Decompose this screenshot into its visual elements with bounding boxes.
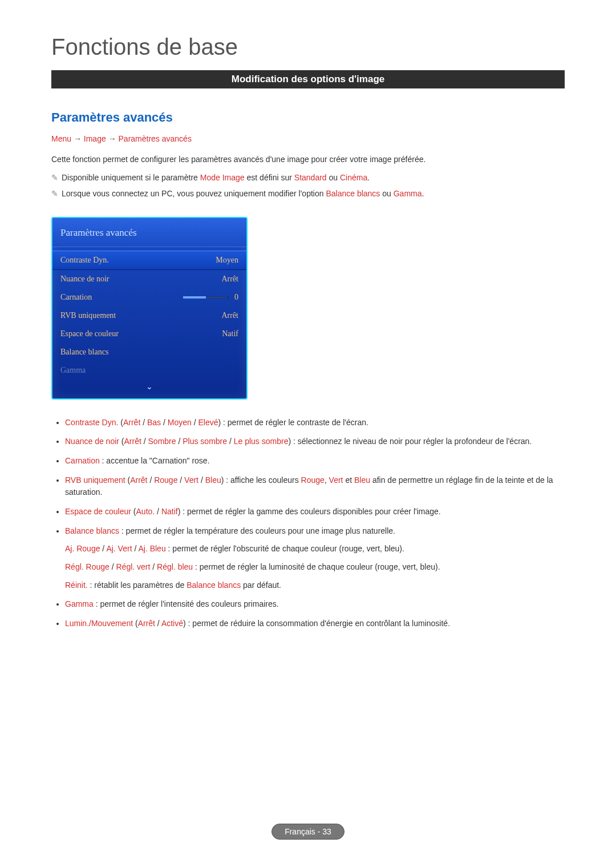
breadcrumb-image: Image: [84, 134, 106, 143]
breadcrumb: Menu → Image → Paramètres avancés: [51, 134, 565, 143]
list-item: Nuance de noir (Arrêt / Sombre / Plus so…: [65, 435, 565, 448]
panel-row-carnation[interactable]: Carnation 0: [52, 288, 246, 307]
list-item: Carnation : accentue la "Carnation" rose…: [65, 455, 565, 467]
panel-row-rvb-uniquement[interactable]: RVB uniquement Arrêt: [52, 307, 246, 325]
panel-row-label: Carnation: [60, 293, 92, 302]
page-number: Français - 33: [271, 824, 345, 840]
panel-row-value: Moyen: [216, 256, 238, 265]
note-icon: ✎: [51, 187, 58, 201]
panel-row-gamma[interactable]: Gamma: [52, 361, 246, 380]
list-item: Espace de couleur (Auto. / Natif) : perm…: [65, 506, 565, 518]
breadcrumb-current: Paramètres avancés: [119, 134, 192, 143]
note-1: Disponible uniquement si le paramètre Mo…: [62, 171, 565, 185]
list-item: RVB uniquement (Arrêt / Rouge / Vert / B…: [65, 474, 565, 499]
panel-row-nuance-de-noir[interactable]: Nuance de noir Arrêt: [52, 270, 246, 288]
chevron-down-icon[interactable]: ⌄: [52, 380, 246, 393]
descriptions-list: Contraste Dyn. (Arrêt / Bas / Moyen / El…: [51, 417, 565, 630]
panel-title: Paramètres avancés: [52, 218, 246, 247]
panel-row-label: Gamma: [60, 366, 86, 375]
breadcrumb-arrow: →: [108, 134, 116, 143]
settings-panel: Paramètres avancés Contraste Dyn. Moyen …: [51, 217, 248, 400]
panel-row-label: Espace de couleur: [60, 329, 119, 338]
panel-row-value: 0: [234, 293, 238, 302]
panel-row-label: Balance blancs: [60, 348, 108, 357]
panel-row-contraste-dyn[interactable]: Contraste Dyn. Moyen: [52, 251, 246, 270]
panel-row-label: Nuance de noir: [60, 275, 110, 284]
panel-row-value: Arrêt: [221, 275, 238, 284]
list-item: Lumin./Mouvement (Arrêt / Activé) : perm…: [65, 618, 565, 630]
page-title: Fonctions de base: [51, 34, 565, 60]
panel-row-value: Natif: [222, 329, 238, 338]
section-bar: Modification des options d'image: [51, 70, 565, 88]
note-icon: ✎: [51, 171, 58, 185]
panel-row-espace-de-couleur[interactable]: Espace de couleur Natif: [52, 325, 246, 343]
breadcrumb-menu: Menu: [51, 134, 71, 143]
list-item: Balance blancs : permet de régler la tem…: [65, 525, 565, 592]
panel-row-balance-blancs[interactable]: Balance blancs: [52, 343, 246, 361]
panel-row-value: Arrêt: [221, 311, 238, 320]
intro-text: Cette fonction permet de configurer les …: [51, 154, 565, 166]
carnation-slider[interactable]: [183, 296, 229, 299]
breadcrumb-arrow: →: [74, 134, 82, 143]
note-2: Lorsque vous connectez un PC, vous pouve…: [62, 187, 565, 201]
list-item: Contraste Dyn. (Arrêt / Bas / Moyen / El…: [65, 417, 565, 429]
panel-row-label: Contraste Dyn.: [60, 256, 109, 265]
list-item: Gamma : permet de régler l'intensité des…: [65, 598, 565, 611]
section-heading: Paramètres avancés: [51, 110, 565, 125]
panel-row-label: RVB uniquement: [60, 311, 116, 320]
